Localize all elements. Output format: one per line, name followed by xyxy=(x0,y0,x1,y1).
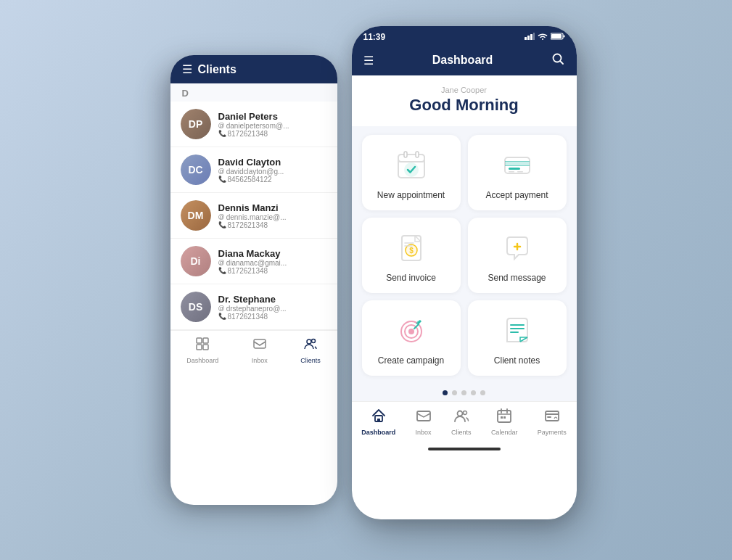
action-card-accept-payment[interactable]: Accept payment xyxy=(468,135,567,210)
nav-item-dashboard[interactable]: Dashboard xyxy=(186,337,218,364)
dashboard-header: ☰ Dashboard xyxy=(352,45,577,75)
action-label-send-invoice: Send invoice xyxy=(386,273,436,283)
avatar-dr: DS xyxy=(181,292,211,322)
client-item-david[interactable]: DC David Clayton @ davidclayton@g... 📞 8… xyxy=(170,147,337,193)
svg-rect-16 xyxy=(398,155,424,162)
client-info-daniel: Daniel Peters @ danielpetersom@... 📞 817… xyxy=(218,111,327,138)
svg-rect-18 xyxy=(404,152,407,157)
action-label-client-notes: Client notes xyxy=(494,355,540,366)
home-indicator xyxy=(428,448,501,450)
scene: ☰ Clients D DP Daniel Peters @ danielpet… xyxy=(156,26,577,534)
avatar-dennis: DM xyxy=(181,200,211,231)
client-info-dennis: Dennis Manzi @ dennis.manzie@... 📞 81726… xyxy=(218,202,327,229)
svg-rect-0 xyxy=(197,338,202,343)
client-info-diana: Diana Mackay @ dianamac@gmai... 📞 817262… xyxy=(218,248,327,275)
battery-icon xyxy=(551,33,565,41)
front-clients-icon xyxy=(453,408,469,427)
svg-rect-24 xyxy=(505,161,530,162)
client-item-dennis[interactable]: DM Dennis Manzi @ dennis.manzie@... 📞 81… xyxy=(170,193,337,239)
calendar-check-icon xyxy=(393,147,429,183)
svg-rect-3 xyxy=(203,345,208,350)
nav-item-clients[interactable]: Clients xyxy=(300,337,321,364)
front-nav-inbox[interactable]: Inbox xyxy=(416,408,432,436)
client-item-daniel[interactable]: DP Daniel Peters @ danielpetersom@... 📞 … xyxy=(170,102,337,147)
svg-point-5 xyxy=(307,339,311,344)
svg-point-44 xyxy=(457,411,462,416)
svg-rect-26 xyxy=(509,171,514,173)
nav-label-inbox: Inbox xyxy=(252,357,268,364)
action-card-send-invoice[interactable]: $ Send invoice xyxy=(362,218,461,293)
dashboard-bottom-nav: Dashboard Inbox xyxy=(352,401,577,445)
avatar-diana: Di xyxy=(181,246,211,276)
clients-body: D DP Daniel Peters @ danielpetersom@... … xyxy=(170,83,337,330)
front-nav-dashboard[interactable]: Dashboard xyxy=(361,408,395,436)
svg-rect-1 xyxy=(203,338,208,343)
client-name: Daniel Peters xyxy=(218,111,327,122)
front-inbox-icon xyxy=(416,408,432,427)
front-nav-calendar[interactable]: Calendar xyxy=(491,408,518,436)
front-nav-label-dashboard: Dashboard xyxy=(361,429,395,436)
client-name: Dr. Stephane xyxy=(218,294,327,305)
svg-rect-27 xyxy=(517,171,523,173)
nav-item-inbox[interactable]: Inbox xyxy=(252,337,268,364)
client-email: @ drstephanepro@... xyxy=(218,305,327,313)
greeting-main: Good Morning xyxy=(366,96,562,115)
status-bar: 11:39 xyxy=(352,26,577,45)
action-card-new-appointment[interactable]: New appointment xyxy=(362,135,461,210)
clients-phone: ☰ Clients D DP Daniel Peters @ danielpet… xyxy=(170,55,337,505)
svg-text:$: $ xyxy=(409,247,414,255)
svg-rect-51 xyxy=(503,416,506,419)
svg-rect-22 xyxy=(505,161,530,166)
svg-point-14 xyxy=(554,54,562,62)
signal-icon xyxy=(525,33,535,41)
nav-label-clients: Clients xyxy=(300,357,321,364)
nav-label-dashboard: Dashboard xyxy=(186,357,218,364)
client-phone: 📞 8172621348 xyxy=(218,221,327,229)
client-name: David Clayton xyxy=(218,157,327,168)
dot-5 xyxy=(480,390,485,395)
front-nav-label-inbox: Inbox xyxy=(416,429,432,436)
wifi-icon xyxy=(538,33,548,41)
actions-grid: New appointment xyxy=(352,126,577,384)
dot-4 xyxy=(471,390,476,395)
front-nav-label-payments: Payments xyxy=(538,429,567,436)
dashboard-body: Jane Cooper Good Morning xyxy=(352,75,577,401)
hamburger-icon[interactable]: ☰ xyxy=(182,62,192,76)
hamburger-icon[interactable]: ☰ xyxy=(363,54,374,67)
dashboard-title: Dashboard xyxy=(432,54,493,67)
action-card-create-campaign[interactable]: Create campaign xyxy=(362,300,461,376)
svg-rect-8 xyxy=(527,36,530,40)
svg-rect-43 xyxy=(417,411,430,421)
svg-point-6 xyxy=(311,339,315,343)
svg-point-37 xyxy=(408,329,414,334)
client-info-david: David Clayton @ davidclayton@g... 📞 8456… xyxy=(218,157,327,184)
card-icon xyxy=(499,147,535,183)
svg-point-45 xyxy=(463,411,466,415)
action-label-new-appointment: New appointment xyxy=(377,190,445,200)
svg-rect-13 xyxy=(563,36,564,38)
dot-3 xyxy=(461,390,466,395)
client-item-diana[interactable]: Di Diana Mackay @ dianamac@gmai... 📞 817… xyxy=(170,239,337,284)
clients-icon xyxy=(303,337,318,355)
clients-bottom-nav: Dashboard Inbox xyxy=(170,330,337,371)
action-card-client-notes[interactable]: Client notes xyxy=(468,300,567,376)
action-card-send-message[interactable]: Send message xyxy=(468,218,567,293)
dot-1 xyxy=(443,390,448,395)
front-nav-clients[interactable]: Clients xyxy=(451,408,472,436)
client-phone: 📞 8172621348 xyxy=(218,313,327,321)
search-icon[interactable] xyxy=(551,52,564,68)
client-phone: 📞 8172621348 xyxy=(218,267,327,275)
status-icons xyxy=(525,33,565,41)
client-info-dr: Dr. Stephane @ drstephanepro@... 📞 81726… xyxy=(218,294,327,321)
action-label-create-campaign: Create campaign xyxy=(378,355,444,366)
client-item-dr[interactable]: DS Dr. Stephane @ drstephanepro@... 📞 81… xyxy=(170,284,337,330)
greeting-section: Jane Cooper Good Morning xyxy=(352,75,577,126)
client-phone: 📞 84562584122 xyxy=(218,176,327,184)
svg-rect-9 xyxy=(530,34,532,40)
target-icon xyxy=(393,312,429,348)
avatar-daniel: DP xyxy=(181,109,211,139)
client-name: Diana Mackay xyxy=(218,248,327,259)
front-nav-payments[interactable]: Payments xyxy=(538,408,567,436)
svg-rect-23 xyxy=(509,168,520,170)
notes-icon xyxy=(499,312,535,348)
